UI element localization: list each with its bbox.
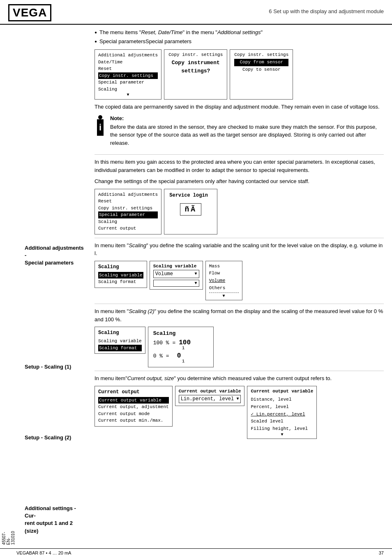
copied-data-text: The copied data are permanently saved in…: [95, 103, 384, 111]
special-params-intro: In this menu item you gain access to the…: [95, 158, 384, 174]
sp-menu-current: Current output: [98, 225, 158, 232]
left-column: Additional adjustments -Special paramete…: [0, 29, 90, 535]
scaling-variable-title: Scaling variable: [153, 264, 199, 269]
copy-menus-row: Additional adjustments Date/Time Reset C…: [95, 49, 384, 100]
co-opt-distance[interactable]: Distance, level: [251, 396, 313, 404]
scaling2-display-title: Scaling: [153, 330, 208, 337]
co-variable-value: Lin.percent, level: [181, 396, 234, 402]
scaling1-title: Scaling: [98, 263, 143, 271]
co-opt-linpercent[interactable]: ✓ Lin.percent, level: [251, 411, 313, 418]
scaling2-menu-title: Scaling: [98, 329, 142, 337]
current-output-intro: In menu item"Current output, size" you d…: [95, 374, 384, 383]
co-options-box: Current output variable Distance, level …: [247, 386, 317, 439]
special-params-menu: Additional adjustments Reset Copy instr.…: [95, 189, 161, 234]
scaling2-0-value: 0: [177, 352, 181, 360]
section-label-current-output: Additional settings - Cur-rent output 1 …: [25, 505, 86, 535]
copy-from-sensor[interactable]: Copy from sensor: [234, 59, 288, 66]
co-variable-box: Current output variable Lin.percent, lev…: [175, 386, 245, 406]
dropdown-arrow-2: ▼: [195, 281, 197, 285]
co-variable-title: Current output variable: [179, 389, 241, 394]
section-label-special: Additional adjustments -Special paramete…: [25, 244, 86, 267]
note-icon: i: [95, 115, 106, 136]
scaling2-0-sub: 1: [182, 359, 208, 364]
note-content: Note: Before the data are stored in the …: [110, 115, 384, 151]
co-options-arrow: ▼: [251, 432, 313, 437]
scaling2-0-label: 0 % =: [153, 353, 174, 359]
scaling-options-box: Mass Flow Volume Others ▼: [205, 261, 242, 300]
co-menu-minmax[interactable]: Current output min./max.: [98, 417, 169, 424]
scaling1-menus-row: Scaling Scaling variable Scaling format …: [95, 261, 384, 300]
sp-menu-reset: Reset: [98, 198, 158, 205]
section-label-scaling2: Setup - Scaling (2): [25, 434, 86, 441]
scaling2-format-item[interactable]: Scaling format: [98, 345, 142, 352]
scaling2-100-label: 100 % =: [153, 340, 176, 346]
vega-logo: VEGA: [8, 4, 51, 21]
menu-item-datetime: Date/Time: [98, 59, 158, 66]
footer-doc-number: 45507-EN-131010: [2, 531, 15, 545]
scaling1-variable-item[interactable]: Scaling variable: [98, 272, 143, 279]
menu-item-reset: Reset: [98, 65, 158, 72]
special-params-menus-row: Additional adjustments Reset Copy instr.…: [95, 189, 384, 234]
scaling2-display-box: Scaling 100 % = 100 1 0 % = 0 1: [148, 327, 214, 367]
note-bar-icon: i: [97, 119, 104, 136]
scaling2-menus-row: Scaling Scaling variable Scaling format …: [95, 327, 384, 367]
footer-model: VEGABAR 87 • 4 … 20 mA: [8, 550, 71, 555]
sp-menu-scaling: Scaling: [98, 218, 158, 225]
co-opt-scaled[interactable]: Scaled level: [251, 418, 313, 425]
copy-instrument-dialog: Copy instr. settings Copy instrumentsett…: [164, 49, 227, 100]
menu-item-additional: Additional adjustments: [98, 52, 158, 59]
menu-item-copy-instr[interactable]: Copy instr. settings: [98, 72, 158, 79]
service-login-box: Service login ñÃ: [164, 189, 217, 234]
scaling-variable-box: Scaling variable Volume ▼ ▼: [150, 261, 203, 290]
opt-volume[interactable]: Volume: [209, 277, 239, 285]
note-body: Before the data are stored in the sensor…: [110, 123, 384, 147]
copy-dialog-title: Copy instr. settings: [168, 52, 223, 57]
special-params-change-text: Change the settings of the special param…: [95, 177, 384, 186]
co-menu-mode[interactable]: Current output mode: [98, 411, 169, 418]
bullet-list: The menu items "Reset, Date/Time" in the…: [95, 29, 384, 45]
additional-adjustments-menu: Additional adjustments Date/Time Reset C…: [95, 49, 161, 100]
page-footer: 45507-EN-131010 VEGABAR 87 • 4 … 20 mA 3…: [0, 548, 392, 557]
co-opt-percent[interactable]: Percent, level: [251, 404, 313, 411]
service-login-title: Service login: [169, 193, 212, 198]
scaling2-variable-item[interactable]: Scaling variable: [98, 338, 142, 345]
copy-from-to-box: Copy instr. settings Copy from sensor Co…: [230, 49, 293, 100]
menu-item-scaling-main: Scaling: [98, 86, 158, 93]
scaling2-100-value: 100: [179, 339, 191, 346]
co-menu-variable[interactable]: Current output variable: [98, 397, 169, 404]
scaling2-left-menu: Scaling Scaling variable Scaling format: [95, 327, 145, 354]
current-output-menus-row: Current output Current output variable C…: [95, 386, 384, 439]
scaling-unit-dropdown[interactable]: ▼: [153, 280, 199, 287]
sp-menu-copy: Copy instr. settings: [98, 205, 158, 212]
co-menu-adjustment[interactable]: Current output, adjustment: [98, 404, 169, 411]
opt-flow[interactable]: Flow: [209, 270, 239, 277]
copy-from-to-title: Copy instr. settings: [234, 52, 288, 57]
dropdown-arrow-1: ▼: [195, 272, 197, 276]
scaling2-intro: In menu item "Scaling (2)" you define th…: [95, 307, 384, 323]
scaling1-left-menu: Scaling Scaling variable Scaling format: [95, 261, 147, 288]
sp-menu-special[interactable]: Special parameter: [98, 211, 158, 218]
co-opt-title: Current output variable: [251, 388, 313, 395]
main-content: Additional adjustments -Special paramete…: [0, 25, 392, 547]
options-separator: [209, 292, 239, 293]
scaling-volume-dropdown[interactable]: Volume ▼: [153, 270, 199, 278]
scaling1-intro: In menu item "Scaling" you define the sc…: [95, 241, 384, 258]
co-variable-dropdown[interactable]: Lin.percent, level ▼: [179, 395, 241, 403]
opt-mass[interactable]: Mass: [209, 263, 239, 270]
sp-menu-additional: Additional adjustments: [98, 191, 158, 198]
co-dropdown-arrow: ▼: [236, 397, 239, 401]
co-opt-filling[interactable]: Filling height, level: [251, 425, 313, 433]
opt-others[interactable]: Others: [209, 285, 239, 292]
co-menu-title: Current output: [98, 388, 169, 396]
note-section: i Note: Before the data are stored in th…: [95, 115, 384, 151]
chapter-title: 6 Set up with the display and adjustment…: [269, 4, 384, 14]
menu-item-special: Special parameter: [98, 79, 158, 86]
bullet-item-1: The menu items "Reset, Date/Time" in the…: [95, 29, 384, 36]
note-dot: [98, 115, 102, 119]
scaling1-format-item[interactable]: Scaling format: [98, 278, 143, 285]
right-column: The menu items "Reset, Date/Time" in the…: [90, 29, 392, 535]
copy-to-sensor[interactable]: Copy to sensor: [234, 66, 288, 74]
note-title: Note:: [110, 115, 384, 121]
volume-value: Volume: [155, 271, 173, 277]
copy-dialog-question: Copy instrumentsettings?: [168, 59, 223, 75]
